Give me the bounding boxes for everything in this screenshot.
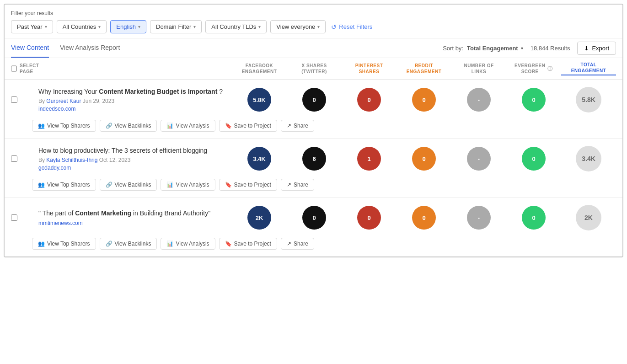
facebook-circle: 5.8K [247,88,271,112]
view-top-sharers-button[interactable]: 👥 View Top Sharers [32,120,96,132]
period-chevron-icon: ▾ [45,24,47,29]
tld-chevron-icon: ▾ [258,24,261,29]
row-checkbox-cell [11,96,38,103]
twitter-circle: 6 [302,147,326,171]
article-meta: By Kayla Schilthuis-Ihrig Oct 12, 2023 [38,157,232,163]
tab-view-analysis[interactable]: View Analysis Report [60,38,120,58]
row-checkbox-0[interactable] [11,96,17,103]
save-to-project-button-icon: 🔖 [225,123,232,129]
save-to-project-button[interactable]: 🔖 Save to Project [219,179,277,191]
pinterest-header: PINTEREST SHARES [342,63,397,75]
share-button-icon: ↗ [287,123,291,129]
view-backlinks-button-icon: 🔗 [106,182,113,188]
links-header: NUMBER OF LINKS [451,63,506,75]
view-analysis-button[interactable]: 📊 View Analysis [161,120,215,132]
twitter-metric: 0 [287,206,342,230]
select-page-checkbox[interactable] [11,65,17,72]
domain-filter[interactable]: Domain Filter ▾ [150,20,202,33]
article-info: Why Increasing Your Content Marketing Bu… [38,87,232,112]
view-filter[interactable]: View everyone ▾ [270,20,326,33]
sort-by-value: Total Engagement [467,45,518,52]
view-backlinks-button[interactable]: 🔗 View Backlinks [100,238,157,250]
evergreen-metric: 0 [506,88,561,112]
article-title: How to blog productively: The 3 secrets … [38,146,232,155]
language-chevron-icon: ▾ [138,24,140,29]
total-header: TOTAL ENGAGEMENT [561,62,616,75]
view-backlinks-button-label: View Backlinks [115,123,151,129]
author-link[interactable]: Kayla Schilthuis-Ihrig [46,157,97,163]
row-actions: 👥 View Top Sharers 🔗 View Backlinks 📊 Vi… [5,116,622,138]
view-filter-label: View everyone [276,23,315,30]
reset-filters-button[interactable]: ↺ Reset Filters [331,23,372,31]
facebook-header: FACEBOOK ENGAGEMENT [232,63,287,75]
share-button-icon: ↗ [287,241,291,247]
article-meta: By Gurpreet Kaur Jun 29, 2023 [38,98,232,104]
tab-view-content[interactable]: View Content [11,38,49,58]
view-top-sharers-button-label: View Top Sharers [47,123,90,129]
countries-filter-label: All Countries [63,23,96,30]
twitter-circle: 0 [302,206,326,230]
article-info: " The part of Content Marketing in Build… [38,209,232,226]
countries-filter[interactable]: All Countries ▾ [57,20,107,33]
view-backlinks-button[interactable]: 🔗 View Backlinks [100,179,157,191]
export-label: Export [592,45,609,52]
view-analysis-button[interactable]: 📊 View Analysis [161,238,215,250]
links-circle: - [467,147,491,171]
evergreen-circle: 0 [522,147,546,171]
pinterest-circle: 1 [357,147,381,171]
reddit-header: REDDIT ENGAGEMENT [397,63,451,75]
links-metric: - [451,147,506,171]
select-page-header: Select Page [11,63,38,75]
row-checkbox-1[interactable] [11,155,17,162]
row-actions: 👥 View Top Sharers 🔗 View Backlinks 📊 Vi… [5,234,622,256]
view-analysis-button-label: View Analysis [176,123,209,129]
save-to-project-button-label: Save to Project [234,241,271,247]
share-button-label: Share [294,241,308,247]
reddit-circle: 0 [412,147,436,171]
twitter-metric: 6 [287,147,342,171]
view-top-sharers-button[interactable]: 👥 View Top Sharers [32,238,96,250]
facebook-metric: 2K [232,206,287,230]
table-row: " The part of Content Marketing in Build… [5,198,622,257]
reddit-metric: 0 [397,147,451,171]
view-backlinks-button-icon: 🔗 [106,123,113,129]
view-analysis-button-icon: 📊 [166,241,173,247]
view-top-sharers-button-icon: 👥 [38,241,45,247]
sort-by-control[interactable]: Sort by: Total Engagement ▾ [443,45,523,52]
row-checkbox-2[interactable] [11,214,17,221]
article-domain: indeedseo.com [38,106,232,112]
facebook-circle: 2K [247,206,271,230]
domain-filter-label: Domain Filter [156,23,191,30]
tld-filter[interactable]: All Country TLDs ▾ [205,20,267,33]
save-to-project-button-icon: 🔖 [225,182,232,188]
view-analysis-button-icon: 📊 [166,182,173,188]
reddit-circle: 0 [412,88,436,112]
row-checkbox-cell [11,155,38,162]
reset-icon: ↺ [331,23,337,31]
period-filter-label: Past Year [17,23,43,30]
save-to-project-button[interactable]: 🔖 Save to Project [219,238,277,250]
share-button-label: Share [294,123,308,129]
save-to-project-button[interactable]: 🔖 Save to Project [219,120,277,132]
share-button[interactable]: ↗ Share [281,238,314,250]
total-metric: 3.4K [561,146,616,171]
language-filter[interactable]: English ▾ [110,20,146,33]
article-domain: godaddy.com [38,165,232,171]
facebook-metric: 3.4K [232,147,287,171]
total-circle: 2K [576,205,601,230]
row-checkbox-cell [11,214,38,221]
evergreen-circle: 0 [522,88,546,112]
author-link[interactable]: Gurpreet Kaur [46,98,81,104]
facebook-circle: 3.4K [247,147,271,171]
share-button[interactable]: ↗ Share [281,179,314,191]
pinterest-metric: 0 [342,88,397,112]
view-backlinks-button[interactable]: 🔗 View Backlinks [100,120,157,132]
period-filter[interactable]: Past Year ▾ [11,20,53,33]
view-analysis-button-icon: 📊 [166,123,173,129]
export-button[interactable]: ⬇ Export [577,42,616,55]
view-top-sharers-button-icon: 👥 [38,123,45,129]
share-button[interactable]: ↗ Share [281,120,314,132]
total-metric: 5.8K [561,87,616,112]
view-analysis-button[interactable]: 📊 View Analysis [161,179,215,191]
view-top-sharers-button[interactable]: 👥 View Top Sharers [32,179,96,191]
